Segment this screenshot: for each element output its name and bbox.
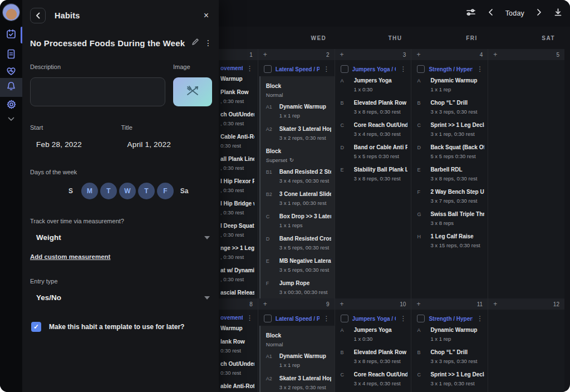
end-date-value[interactable]: April 1, 2022 [127,140,213,149]
workout-kebab-icon[interactable]: ⋮ [476,66,483,72]
sidebar-item-calendar[interactable] [0,26,22,45]
exercise-entry[interactable]: AJumpers Yoga1 x 0:30 [341,327,408,342]
exercise-entry[interactable]: l Hip Bridge w/ ..., 0:30 rest [220,200,254,215]
exercise-entry[interactable]: BElevated Plank Row3 x 8 reps, 0:30 rest [341,349,408,364]
exercise-entry[interactable]: DBand or Cable Anti Rotati...5 x 5 reps … [341,144,408,159]
workout-checkbox[interactable] [417,315,425,322]
workout-title-link[interactable]: Jumpers Yoga / Core [352,66,396,72]
workout-checkbox[interactable] [264,65,272,73]
exercise-entry[interactable]: CCore Reach Out/Under3 x 4 reps, 0:30 re… [341,122,408,137]
exercise-entry[interactable]: lank Row0:30 rest [220,339,254,354]
exercise-entry[interactable]: Warmup [220,325,254,331]
add-workout-plus-icon[interactable]: + [340,51,344,58]
measurement-select[interactable]: Weight [30,233,212,242]
close-icon[interactable]: × [200,9,212,22]
sidebar-collapse[interactable] [0,109,22,128]
exercise-entry[interactable]: B1Band Resisted 2 Step Late...3 x 4 reps… [266,169,331,184]
sidebar-item-documents[interactable] [0,46,22,65]
add-workout-plus-icon[interactable]: + [416,51,420,58]
add-custom-measurement-link[interactable]: Add custom measurement [30,253,110,260]
workout-title-link[interactable]: Jumpers Yoga / Core [352,316,396,322]
workout-title-link[interactable]: Lateral Speed / Plyo [276,66,320,72]
exercise-entry[interactable]: all Plank Linear ..., 0:30 rest [220,156,254,171]
exercise-entry[interactable]: DBand Resisted Crossover...3 x 5 reps, 0… [266,236,331,251]
workout-title-link[interactable]: ovement Q... [220,315,243,321]
exercise-entry[interactable]: FJump Rope3 x 00:30, 00:30 rest [266,280,331,295]
add-workout-plus-icon[interactable]: + [493,51,497,58]
exercise-entry[interactable]: able Anti-Rotati... [220,383,254,389]
workout-title-link[interactable]: Strength / Hypertro... [429,66,473,72]
exercise-entry[interactable]: BElevated Plank Row3 x 8 reps, 0:30 rest [341,100,408,115]
day-toggle-s[interactable]: S [62,183,79,199]
exercise-entry[interactable]: A1Dynamic Warmup1 x 1 rep [266,353,331,368]
add-workout-plus-icon[interactable]: + [263,301,267,307]
exercise-entry[interactable]: EBarbell RDL3 x 8 reps, 0:30 rest [417,166,484,182]
workout-kebab-icon[interactable]: ⋮ [476,316,483,321]
workout-kebab-icon[interactable]: ⋮ [247,315,253,321]
start-date-value[interactable]: Feb 28, 2022 [36,140,121,149]
workout-checkbox[interactable] [417,65,425,73]
workout-title-link[interactable]: ovement Q... [220,65,243,71]
today-button[interactable]: Today [505,9,524,17]
day-toggle-sa[interactable]: Sa [176,183,193,199]
day-toggle-t[interactable]: T [138,183,155,199]
workout-kebab-icon[interactable]: ⋮ [400,316,406,321]
workout-kebab-icon[interactable]: ⋮ [323,66,330,72]
exercise-entry[interactable]: BChop “L” Drill3 x 3 reps, 0:30 rest [417,100,484,115]
exercise-entry[interactable]: CSprint >> 1 Leg Declarations3 x 1 rep, … [417,371,484,386]
exercise-entry[interactable]: nge >> 1 Leg St..., 0:30 rest [220,245,254,260]
day-toggle-f[interactable]: F [157,183,174,199]
entry-type-select[interactable]: Yes/No [30,293,212,302]
template-checkbox[interactable]: ✓ [31,322,41,332]
exercise-entry[interactable]: F2 Way Bench Step Up3 x 7 reps, 0:30 res… [417,189,484,204]
prev-week-icon[interactable] [488,8,493,18]
exercise-entry[interactable]: H1 Leg Calf Raise3 x 15 reps, 0:30 rest [417,233,484,248]
exercise-entry[interactable]: A2Skater 3 Lateral Hops >> ...3 x 2 reps… [266,126,331,141]
avatar[interactable] [3,4,19,21]
exercise-entry[interactable]: AJumpers Yoga1 x 0:30 [341,77,408,92]
exercise-entry[interactable]: Plank Row, 0:30 rest [220,89,254,104]
habit-image-thumbnail[interactable] [173,77,212,106]
exercise-entry[interactable]: ADynamic Warmup1 x 1 rep [417,327,484,342]
exercise-entry[interactable]: B23 Cone Lateral Slide3 x 1 rep, 00:30 r… [266,191,331,206]
workout-title-link[interactable]: Strength / Hypertro... [429,316,473,322]
exercise-entry[interactable]: CCore Reach Out/Under3 x 4 reps, 0:30 re… [341,371,408,386]
exercise-entry[interactable]: EMB Negative Lateral Hop...3 x 5 reps, 0… [266,258,331,273]
next-week-icon[interactable] [537,8,542,18]
workout-checkbox[interactable] [341,315,348,322]
exercise-entry[interactable]: BChop “L” Drill3 x 3 reps, 0:30 rest [417,349,484,364]
exercise-entry[interactable]: CSprint >> 1 Leg Declarations3 x 1 rep, … [417,122,484,137]
exercise-entry[interactable]: ADynamic Warmup1 x 1 rep [417,77,484,92]
edit-pencil-icon[interactable] [191,38,199,48]
habit-kebab-icon[interactable]: ⋮ [204,38,212,47]
exercise-entry[interactable]: Cable Anti-Rotati...0:30 rest [220,134,254,149]
exercise-entry[interactable]: ch Out/Under0:30 rest [220,361,254,376]
exercise-entry[interactable]: DBack Squat (Back Off Set)5 x 5 reps 0:3… [417,144,484,159]
exercise-entry[interactable]: CBox Drop >> 3 Lateral H...1 x 1 reps [266,213,331,228]
workout-kebab-icon[interactable]: ⋮ [400,66,406,72]
exercise-entry[interactable]: ch Out/Under, 0:30 rest [220,111,254,126]
workout-title-link[interactable]: Lateral Speed / Plyo [276,316,320,322]
add-workout-plus-icon[interactable]: + [493,301,497,307]
sidebar-item-notifications[interactable] [0,78,22,97]
add-workout-plus-icon[interactable]: + [263,51,267,58]
exercise-entry[interactable]: ascial Release C... [220,290,254,296]
exercise-entry[interactable]: GSwiss Ball Triple Threat3 x 8 reps [417,211,484,226]
exercise-entry[interactable]: A1Dynamic Warmup1 x 1 rep [266,104,331,119]
day-toggle-m[interactable]: M [81,183,98,199]
workout-checkbox[interactable] [264,315,272,322]
filter-icon[interactable] [466,8,476,19]
back-button[interactable] [30,8,46,23]
workout-kebab-icon[interactable]: ⋮ [323,316,330,321]
exercise-entry[interactable]: EStability Ball Plank Linear ...3 x 8 re… [341,166,408,182]
exercise-entry[interactable]: at w/ Dynamic P..., 0:30 rest [220,267,254,282]
day-toggle-w[interactable]: W [119,183,136,199]
exercise-entry[interactable]: Warmup [220,76,254,82]
exercise-entry[interactable]: A2Skater 3 Lateral Hops >> ...3 x 2 reps… [266,375,331,390]
download-icon[interactable] [554,8,562,19]
workout-checkbox[interactable] [341,65,348,73]
workout-kebab-icon[interactable]: ⋮ [247,66,253,71]
add-workout-plus-icon[interactable]: + [416,301,420,307]
exercise-entry[interactable]: l Hip Flexor Rais..., 0:30 rest [220,178,254,193]
day-toggle-t[interactable]: T [100,183,117,199]
